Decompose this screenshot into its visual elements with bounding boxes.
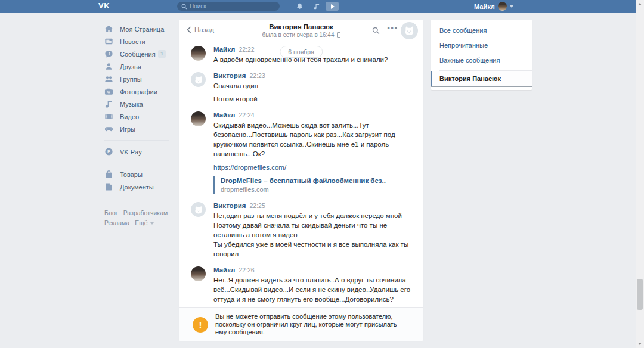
warning-icon <box>193 317 208 333</box>
sidebar-vkpay-section: PVK Pay <box>95 145 179 158</box>
sender-avatar[interactable] <box>191 72 206 87</box>
cannot-send-notice: Вы не можете отправить сообщение этому п… <box>179 307 423 341</box>
message-text: Сначала один <box>213 81 411 91</box>
search-input[interactable] <box>190 3 275 10</box>
chat-peer-avatar[interactable] <box>401 22 418 39</box>
message-row: Виктория22:23Сначала одинПотом второй <box>191 72 411 104</box>
footer-link-4[interactable]: Ещё <box>135 218 153 228</box>
sender-name-link[interactable]: Майкл <box>213 46 235 53</box>
sidebar-item-vkpay[interactable]: PVK Pay <box>95 145 179 158</box>
message-text: Нет..Я должен видеть за что платить..А о… <box>213 275 411 304</box>
sidebar-item-label: Группы <box>120 76 142 83</box>
friend-icon <box>104 62 113 71</box>
games-icon <box>104 125 113 133</box>
message-body: Майкл22:26Нет..Я должен видеть за что пл… <box>213 266 411 304</box>
sender-avatar[interactable] <box>191 46 206 61</box>
footer-link-1[interactable]: Блог <box>104 208 118 218</box>
vkpay-icon: P <box>104 147 113 156</box>
back-button[interactable]: Назад <box>187 26 214 33</box>
scroll-down-arrow-icon[interactable] <box>638 343 642 345</box>
video-icon <box>104 112 113 121</box>
search-icon <box>181 4 187 10</box>
message-text: Потом второй <box>213 94 411 104</box>
sidebar-item-photos[interactable]: Фотографии <box>95 85 179 98</box>
scrollbar-thumb[interactable] <box>637 279 643 310</box>
link-preview-card: DropMeFiles – бесплатный файлообменник б… <box>213 176 411 194</box>
notice-text: Вы не можете отправить сообщение этому п… <box>215 313 397 336</box>
top-user-avatar <box>498 2 507 11</box>
message-time: 22:26 <box>239 266 254 274</box>
svg-text:P: P <box>107 149 110 154</box>
message-header: Виктория22:25 <box>213 201 411 210</box>
sidebar-main-list: Моя СтраницаНовостиСообщения1ДрузьяГрупп… <box>95 23 179 135</box>
sidebar-footer-links: БлогРазработчикамРекламаЕщё <box>104 208 179 228</box>
last-seen-text: была в сети вчера в 16:44 <box>262 32 334 38</box>
sidebar-item-label: Друзья <box>120 63 141 70</box>
message-row: Майкл22:26Нет..Я должен видеть за что пл… <box>191 266 411 304</box>
bell-icon[interactable] <box>296 2 304 11</box>
dog-placeholder-icon <box>194 205 203 215</box>
date-separator-pill: 6 ноября <box>280 46 323 58</box>
sender-name-link[interactable]: Майкл <box>213 266 235 274</box>
browser-scrollbar[interactable] <box>636 0 644 348</box>
filter-list: Все сообщенияНепрочитанныеВажные сообщен… <box>431 23 532 68</box>
scroll-up-arrow-icon[interactable] <box>638 3 642 5</box>
sidebar-item-video[interactable]: Видео <box>95 110 179 123</box>
sidebar-item-label: Игры <box>120 126 135 133</box>
more-actions-icon[interactable] <box>387 24 398 32</box>
link-preview-title[interactable]: DropMeFiles – бесплатный файлообменник б… <box>221 176 411 185</box>
sidebar-item-friends[interactable]: Друзья <box>95 60 179 73</box>
message-time: 22:24 <box>239 111 254 119</box>
sidebar-item-groups[interactable]: Группы <box>95 73 179 85</box>
unread-count-badge: 1 <box>158 50 166 58</box>
sidebar-divider <box>104 163 169 163</box>
mobile-phone-icon <box>337 32 340 38</box>
message-body: Майкл22:24Скидывай видео...Можешь сюда в… <box>213 111 411 194</box>
filter-item-2[interactable]: Непрочитанные <box>431 38 532 53</box>
chat-title-block: Виктория Панасюк была в сети вчера в 16:… <box>244 23 358 38</box>
sidebar-item-my-page[interactable]: Моя Страница <box>95 23 179 35</box>
sidebar-item-label: Товары <box>120 171 143 178</box>
sender-avatar[interactable] <box>191 266 206 281</box>
sender-avatar[interactable] <box>191 111 206 126</box>
message-text: Скидывай видео...Можешь сюда вот залить.… <box>213 120 411 159</box>
message-icon <box>104 49 113 58</box>
message-body: Виктория22:23Сначала одинПотом второй <box>213 72 411 104</box>
message-time: 22:23 <box>249 72 265 79</box>
filter-item-1[interactable]: Все сообщения <box>431 23 532 38</box>
filter-item-3[interactable]: Важные сообщения <box>431 53 532 68</box>
sidebar-divider <box>104 140 169 141</box>
news-icon <box>104 37 113 46</box>
message-text: Нет,один раз ты меня подвёл и у тебя дол… <box>213 211 411 259</box>
footer-link-2[interactable]: Разработчикам <box>123 208 168 218</box>
play-triangle-icon <box>331 4 335 9</box>
chat-search-icon[interactable] <box>372 27 380 35</box>
sidebar-item-label: Музыка <box>120 101 143 108</box>
sidebar-item-market[interactable]: Товары <box>95 168 179 181</box>
sidebar-item-label: Моя Страница <box>120 26 164 33</box>
sidebar-item-games[interactable]: Игры <box>95 123 179 135</box>
chevron-down-icon <box>510 5 513 8</box>
footer-link-3[interactable]: Реклама <box>104 218 129 228</box>
sender-name-link[interactable]: Виктория <box>213 202 246 209</box>
top-search-box[interactable] <box>177 2 280 11</box>
message-header: Виктория22:23 <box>213 72 411 80</box>
sidebar-item-music[interactable]: Музыка <box>95 98 179 110</box>
music-icon[interactable] <box>313 2 320 10</box>
dog-placeholder-icon <box>194 75 203 85</box>
video-play-icon[interactable] <box>326 2 339 11</box>
vk-logo[interactable]: VK <box>98 1 110 10</box>
sender-name-link[interactable]: Виктория <box>213 72 246 79</box>
sender-name-link[interactable]: Майкл <box>213 111 235 119</box>
sidebar-item-docs[interactable]: Документы <box>95 181 179 193</box>
message-list: Майкл22:22А вдвоём одновременно они тебя… <box>179 42 423 307</box>
message-link[interactable]: https://dropmefiles.com/ <box>213 164 286 171</box>
sender-avatar[interactable] <box>191 202 206 217</box>
sidebar-item-messages[interactable]: Сообщения1 <box>95 48 179 60</box>
home-icon <box>104 24 113 33</box>
sidebar-item-news[interactable]: Новости <box>95 35 179 48</box>
message-time: 22:25 <box>249 202 265 209</box>
top-user-menu[interactable]: Майкл <box>474 0 513 13</box>
active-dialog-item[interactable]: Виктория Панасюк <box>431 71 532 87</box>
chat-status: была в сети вчера в 16:44 <box>244 32 358 38</box>
